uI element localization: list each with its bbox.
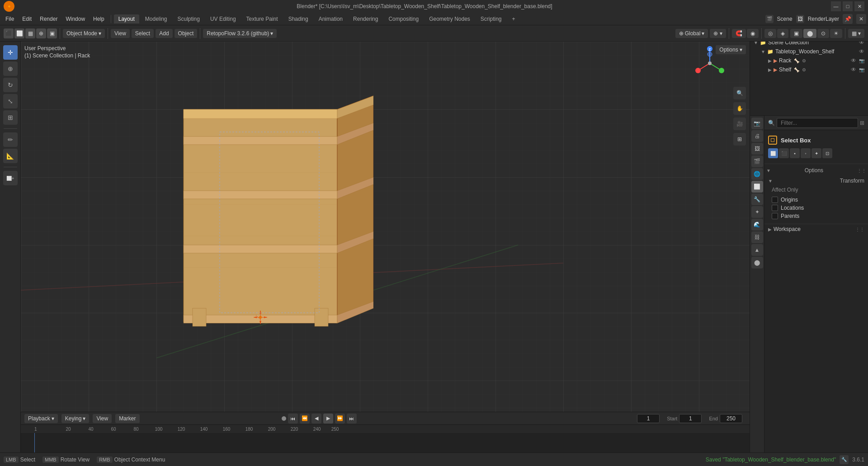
parents-checkbox[interactable] — [772, 213, 778, 219]
tool-add-cube[interactable]: ⬜+ — [3, 171, 18, 185]
pivot-dropdown[interactable]: ⊕ ▾ — [710, 29, 726, 38]
menu-help[interactable]: Help — [90, 14, 108, 24]
transform-global[interactable]: ⊕ Global ▾ — [675, 29, 708, 38]
tab-modeling[interactable]: Modeling — [141, 14, 172, 24]
viewport-icon-4[interactable]: ⊕ — [36, 28, 46, 38]
prop-tab-render[interactable]: 📷 — [751, 118, 763, 129]
transform-header[interactable]: ▼ Transform — [768, 177, 864, 185]
editor-type[interactable]: ▦ ▾ — [848, 29, 864, 38]
prop-tab-object[interactable]: ⬜ — [751, 181, 763, 193]
tab-layout[interactable]: Layout — [114, 14, 139, 24]
tab-texture-paint[interactable]: Texture Paint — [242, 14, 283, 24]
tab-compositing[interactable]: Compositing — [384, 14, 423, 24]
viewport-3d[interactable]: User Perspective (1) Scene Collection | … — [21, 42, 750, 412]
tool-transform[interactable]: ⊞ — [3, 110, 18, 125]
prop-tab-output[interactable]: 🖨 — [751, 130, 763, 142]
prop-tab-data[interactable]: ▲ — [751, 244, 763, 256]
select-menu[interactable]: Select — [132, 29, 154, 38]
solid-shading[interactable]: ⬤ — [803, 29, 816, 38]
viewport-icon-1[interactable]: ⬛ — [4, 28, 14, 38]
tool-cursor[interactable]: ✛ — [3, 45, 18, 60]
tool-rotate[interactable]: ↻ — [3, 78, 18, 92]
current-frame-field[interactable]: 1 — [637, 414, 660, 423]
select-mode-circle[interactable]: ⬛ — [779, 148, 789, 158]
tab-uv-editing[interactable]: UV Editing — [206, 14, 241, 24]
prop-tab-view-layer[interactable]: 🖼 — [751, 143, 763, 155]
timeline-ruler[interactable]: 1 20 40 60 80 100 120 140 160 180 200 22… — [21, 425, 750, 453]
addon-dropdown[interactable]: RetopoFlow 3.2.6 (github) ▾ — [203, 29, 277, 38]
tab-sculpting[interactable]: Sculpting — [173, 14, 204, 24]
view-menu[interactable]: View — [111, 29, 130, 38]
select-mode-rect[interactable]: ⬜ — [768, 148, 778, 158]
options-section-header[interactable]: ▼ Options ⋮⋮ — [764, 166, 868, 175]
keying-menu[interactable]: Keying ▾ — [61, 414, 90, 423]
tab-rendering[interactable]: Rendering — [349, 14, 382, 24]
viewport-icon-3[interactable]: ▦ — [25, 28, 35, 38]
menu-window[interactable]: Window — [62, 14, 89, 24]
viewport-icon-2[interactable]: ⬜ — [14, 28, 24, 38]
zoom-in-button[interactable]: 🔍 — [733, 87, 746, 99]
overlay-dropdown[interactable]: ◎ — [764, 29, 776, 38]
xray-toggle[interactable]: ◈ — [777, 29, 788, 38]
tool-annotate[interactable]: ✏ — [3, 132, 18, 147]
menu-file[interactable]: File — [2, 14, 18, 24]
maximize-button[interactable]: □ — [843, 1, 853, 11]
object-mode-dropdown[interactable]: Object Mode ▾ — [63, 29, 105, 38]
tab-scripting[interactable]: Scripting — [476, 14, 506, 24]
viewport-gizmo[interactable]: Z — [692, 45, 728, 81]
prop-tab-world[interactable]: 🌐 — [751, 168, 763, 180]
pin-button[interactable]: 📌 — [843, 14, 853, 24]
tabletop-eye[interactable]: 👁 — [859, 48, 864, 55]
select-mode-lasso[interactable]: ▪ — [790, 148, 800, 158]
origins-checkbox[interactable] — [772, 197, 778, 203]
proportional-edit[interactable]: ◉ — [747, 29, 759, 38]
properties-search-input[interactable] — [777, 118, 858, 128]
close-right-panel[interactable]: ✕ — [856, 14, 866, 24]
select-mode-dot[interactable]: ◦ — [801, 148, 811, 158]
marker-menu[interactable]: Marker — [115, 414, 139, 423]
play-button[interactable]: ▶ — [323, 414, 333, 424]
locations-checkbox[interactable] — [772, 205, 778, 211]
end-frame-field[interactable]: 250 — [720, 414, 742, 423]
tab-geometry-nodes[interactable]: Geometry Nodes — [425, 14, 475, 24]
pan-button[interactable]: ✋ — [733, 102, 746, 115]
material-preview[interactable]: ⊙ — [817, 29, 829, 38]
viewport-icon-5[interactable]: ▣ — [47, 28, 57, 38]
ortho-button[interactable]: ⊞ — [733, 133, 746, 146]
render-preview[interactable]: ☀ — [830, 29, 842, 38]
snap-toggle[interactable]: 🧲 — [732, 29, 746, 38]
start-frame-field[interactable]: 1 — [679, 414, 702, 423]
outliner-item-rack[interactable]: ▶ ▶ Rack 🦴 ⚙ 👁 📷 — [764, 56, 868, 65]
minimize-button[interactable]: — — [831, 1, 841, 11]
tool-scale[interactable]: ⤡ — [3, 94, 18, 108]
prop-tab-scene[interactable]: 🎬 — [751, 155, 763, 167]
play-back-button[interactable]: ◀ — [311, 414, 321, 424]
prev-keyframe-button[interactable]: ⏪ — [300, 414, 310, 424]
rack-eye[interactable]: 👁 — [851, 57, 856, 64]
select-mode-star[interactable]: ✦ — [811, 148, 821, 158]
workspace-header[interactable]: ▶ Workspace — [768, 226, 801, 232]
menu-render[interactable]: Render — [36, 14, 61, 24]
filter-options-icon[interactable]: ⊞ — [860, 120, 864, 126]
playback-menu[interactable]: Playback ▾ — [24, 414, 58, 423]
tab-animation[interactable]: Animation — [314, 14, 347, 24]
wireframe-shading[interactable]: ▣ — [790, 29, 802, 38]
prop-tab-modifiers[interactable]: 🔧 — [751, 193, 763, 205]
prop-tab-particles[interactable]: ✦ — [751, 206, 763, 218]
next-keyframe-button[interactable]: ⏩ — [335, 414, 345, 424]
menu-edit[interactable]: Edit — [19, 14, 35, 24]
shelf-eye[interactable]: 👁 — [851, 66, 856, 73]
prop-tab-material[interactable]: ⬤ — [751, 257, 763, 268]
tool-measure[interactable]: 📐 — [3, 149, 18, 163]
tab-shading[interactable]: Shading — [284, 14, 313, 24]
outliner-item-shelf[interactable]: ▶ ▶ Shelf 🦴 ⚙ 👁 📷 — [764, 65, 868, 74]
object-menu[interactable]: Object — [175, 29, 198, 38]
prop-tab-physics[interactable]: 🌊 — [751, 219, 763, 231]
jump-end-button[interactable]: ⏭ — [347, 414, 357, 424]
timeline-view-menu[interactable]: View — [93, 414, 112, 423]
close-button[interactable]: ✕ — [854, 1, 864, 11]
tab-add[interactable]: + — [508, 14, 520, 24]
jump-start-button[interactable]: ⏮ — [288, 414, 298, 424]
tool-move[interactable]: ⊕ — [3, 61, 18, 76]
select-mode-grid[interactable]: ⊡ — [822, 148, 832, 158]
